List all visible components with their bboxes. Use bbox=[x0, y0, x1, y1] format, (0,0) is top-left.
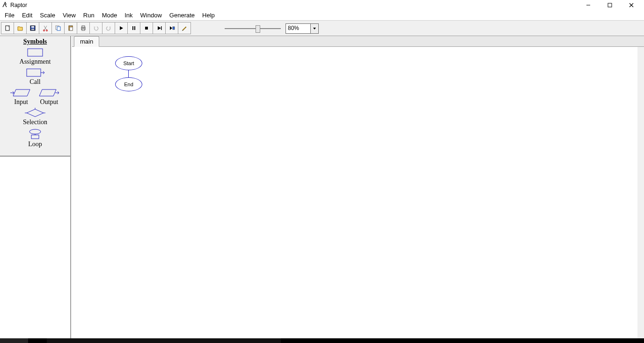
canvas[interactable]: Start End bbox=[72, 47, 644, 338]
symbol-output-label: Output bbox=[38, 98, 60, 106]
app-icon bbox=[2, 1, 8, 9]
zoom-select[interactable]: 80% bbox=[285, 23, 319, 34]
flow-connector bbox=[128, 70, 129, 78]
cut-button[interactable] bbox=[39, 22, 52, 34]
svg-rect-22 bbox=[173, 27, 175, 30]
step-into-button[interactable] bbox=[165, 22, 178, 34]
stop-button[interactable] bbox=[140, 22, 153, 34]
svg-rect-21 bbox=[161, 26, 162, 30]
svg-rect-4 bbox=[6, 26, 9, 30]
window-title: Raptor bbox=[10, 2, 27, 8]
flow-node-start-label: Start bbox=[123, 60, 134, 66]
main-area: main Start End bbox=[71, 36, 644, 338]
symbols-panel: Symbols Assignment Call Input Output bbox=[0, 36, 70, 157]
flow-node-start[interactable]: Start bbox=[115, 56, 142, 70]
symbol-input[interactable]: Input bbox=[10, 88, 32, 106]
undo-button[interactable] bbox=[89, 22, 102, 34]
symbol-loop[interactable]: Loop bbox=[0, 128, 70, 148]
symbol-assignment-label: Assignment bbox=[0, 58, 70, 66]
svg-rect-23 bbox=[28, 49, 43, 56]
svg-rect-24 bbox=[27, 69, 41, 76]
svg-rect-1 bbox=[608, 3, 612, 7]
toolbar: 80% bbox=[0, 20, 644, 36]
window-controls bbox=[578, 0, 642, 10]
symbol-selection-label: Selection bbox=[0, 119, 70, 126]
play-button[interactable] bbox=[115, 22, 128, 34]
flow-node-end[interactable]: End bbox=[115, 77, 142, 91]
symbol-assignment[interactable]: Assignment bbox=[0, 47, 70, 66]
menubar: File Edit Scale View Run Mode Ink Window… bbox=[0, 10, 644, 20]
symbol-output[interactable]: Output bbox=[38, 88, 60, 106]
menu-help[interactable]: Help bbox=[198, 11, 219, 20]
svg-rect-18 bbox=[132, 26, 133, 30]
maximize-button[interactable] bbox=[599, 0, 621, 10]
symbol-input-label: Input bbox=[10, 98, 32, 106]
menu-scale[interactable]: Scale bbox=[36, 11, 59, 20]
flow-node-end-label: End bbox=[124, 82, 133, 87]
speed-slider[interactable] bbox=[225, 28, 281, 29]
svg-rect-11 bbox=[57, 27, 60, 30]
print-button[interactable] bbox=[77, 22, 90, 34]
titlebar: Raptor bbox=[0, 0, 644, 10]
pen-button[interactable] bbox=[178, 22, 191, 34]
menu-run[interactable]: Run bbox=[80, 11, 98, 20]
svg-rect-26 bbox=[31, 135, 39, 139]
svg-rect-17 bbox=[82, 29, 85, 30]
svg-rect-20 bbox=[145, 27, 148, 30]
svg-rect-16 bbox=[82, 26, 85, 27]
sidebar: Symbols Assignment Call Input Output bbox=[0, 36, 71, 338]
symbols-title: Symbols bbox=[0, 38, 70, 45]
close-button[interactable] bbox=[621, 0, 642, 10]
symbol-selection[interactable]: Selection bbox=[0, 108, 70, 126]
svg-rect-6 bbox=[31, 26, 34, 28]
menu-generate[interactable]: Generate bbox=[166, 11, 198, 20]
menu-file[interactable]: File bbox=[1, 11, 18, 20]
tabstrip: main bbox=[72, 36, 644, 47]
menu-edit[interactable]: Edit bbox=[18, 11, 36, 20]
taskbar bbox=[0, 338, 644, 343]
redo-button[interactable] bbox=[102, 22, 115, 34]
speed-slider-thumb[interactable] bbox=[256, 25, 260, 33]
svg-rect-14 bbox=[70, 25, 72, 26]
open-button[interactable] bbox=[14, 22, 27, 34]
minimize-button[interactable] bbox=[578, 0, 599, 10]
copy-button[interactable] bbox=[51, 22, 65, 34]
menu-view[interactable]: View bbox=[59, 11, 80, 20]
symbol-call-label: Call bbox=[0, 78, 70, 86]
symbol-call[interactable]: Call bbox=[0, 67, 70, 86]
menu-ink[interactable]: Ink bbox=[121, 11, 136, 20]
tab-main[interactable]: main bbox=[74, 36, 99, 47]
dropdown-arrow-icon[interactable] bbox=[310, 24, 318, 33]
svg-rect-13 bbox=[70, 27, 73, 30]
zoom-value[interactable]: 80% bbox=[286, 24, 310, 33]
watch-panel bbox=[0, 157, 70, 338]
step-over-button[interactable] bbox=[153, 22, 166, 34]
menu-mode[interactable]: Mode bbox=[98, 11, 121, 20]
svg-point-25 bbox=[29, 129, 41, 134]
new-button[interactable] bbox=[1, 22, 14, 34]
svg-rect-19 bbox=[134, 26, 135, 30]
symbol-loop-label: Loop bbox=[0, 141, 70, 148]
menu-window[interactable]: Window bbox=[137, 11, 166, 20]
workspace: Symbols Assignment Call Input Output bbox=[0, 36, 644, 338]
pause-button[interactable] bbox=[127, 22, 140, 34]
paste-button[interactable] bbox=[64, 22, 77, 34]
svg-rect-7 bbox=[31, 29, 34, 30]
save-button[interactable] bbox=[26, 22, 39, 34]
